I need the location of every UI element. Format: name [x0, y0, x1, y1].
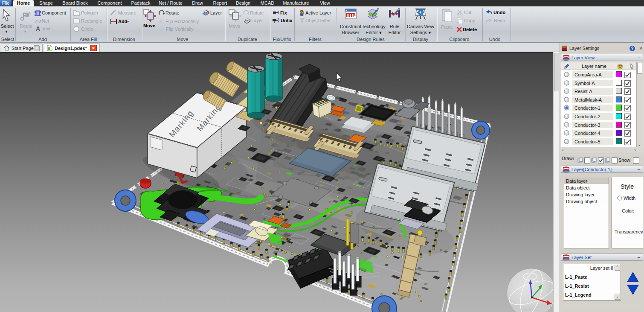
svg-text:A: A — [36, 26, 40, 32]
